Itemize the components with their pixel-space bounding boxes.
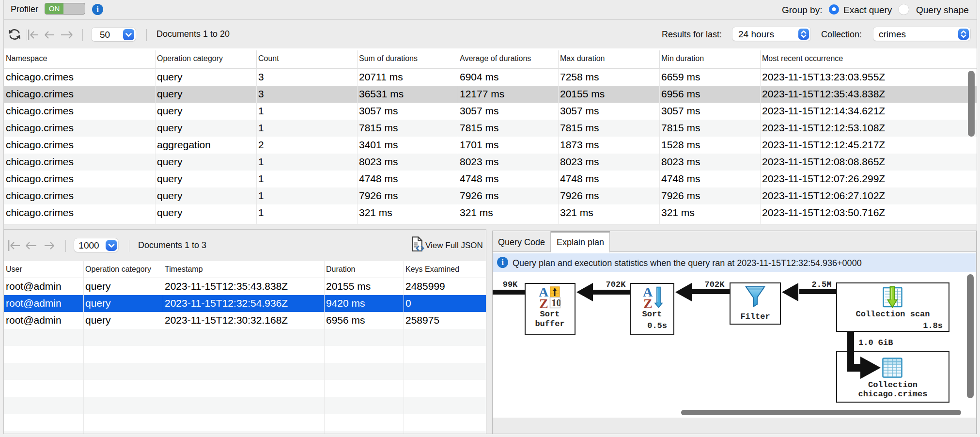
svg-text:Z: Z (539, 296, 548, 309)
svg-text:10: 10 (552, 297, 561, 308)
svg-text:Z: Z (643, 296, 653, 308)
